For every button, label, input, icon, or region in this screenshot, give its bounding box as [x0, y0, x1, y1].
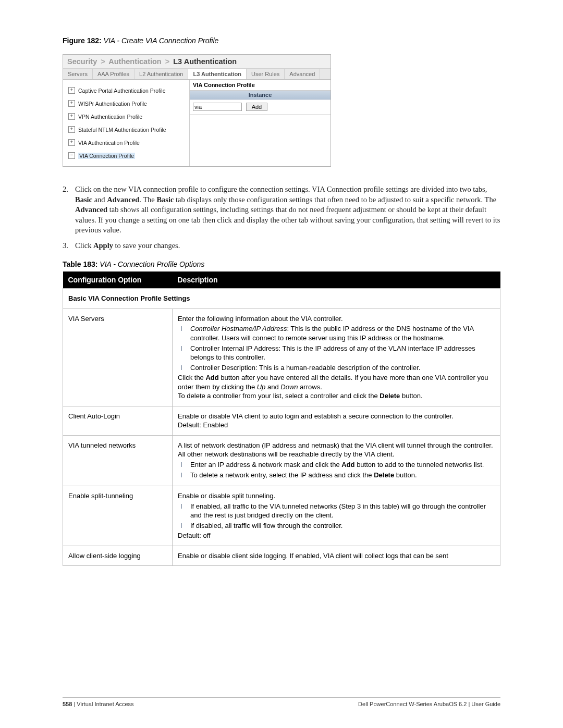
tree-item-label: VIA Authentication Profile [78, 140, 140, 146]
text: Click [75, 241, 93, 250]
table-row: Allow client-side logging Enable or disa… [63, 546, 500, 566]
table-row: Enable split-tunneling Enable or disable… [63, 486, 500, 546]
tab-aaa-profiles[interactable]: AAA Profiles [93, 69, 134, 79]
text: button. [400, 392, 422, 400]
bullet: lTo delete a network entry, select the I… [181, 471, 495, 480]
table-header-row: Configuration Option Description [63, 272, 500, 289]
section-heading: Basic VIA Connection Profile Settings [63, 289, 500, 309]
instance-header: Instance [190, 91, 331, 100]
option-name: Client Auto-Login [63, 406, 173, 435]
instance-row: Add [190, 100, 331, 115]
text-bold: Delete [380, 392, 400, 400]
table-row: VIA tunneled networks A list of network … [63, 435, 500, 486]
add-button[interactable]: Add [246, 103, 268, 111]
tree-item-label: Stateful NTLM Authentication Profile [78, 127, 166, 133]
tree-item-selected[interactable]: −VIA Connection Profile [68, 149, 186, 162]
expand-icon[interactable]: + [68, 113, 75, 120]
collapse-icon[interactable]: − [68, 152, 75, 159]
tab-user-rules[interactable]: User Rules [247, 69, 285, 79]
expand-icon[interactable]: + [68, 126, 75, 133]
bullet-icon: l [181, 460, 190, 470]
bullet-icon: l [181, 471, 190, 480]
col-header-option: Configuration Option [63, 272, 173, 289]
options-table: Configuration Option Description Basic V… [63, 272, 500, 566]
text: and [265, 383, 280, 391]
bullet-icon: l [181, 502, 190, 520]
breadcrumb-authentication[interactable]: Authentication [108, 57, 162, 66]
bullet-icon: l [181, 363, 190, 373]
text-bold: Apply [93, 241, 113, 250]
tree-item[interactable]: +VPN Authentication Profile [68, 110, 186, 123]
tree-item-label: Captive Portal Authentication Profile [78, 88, 166, 94]
footer-left: 558 | Virtual Intranet Access [63, 701, 134, 707]
step-number: 3. [63, 241, 75, 251]
tree-item[interactable]: +Stateful NTLM Authentication Profile [68, 123, 186, 136]
tree-item[interactable]: +VIA Authentication Profile [68, 136, 186, 149]
figure-label: Figure 182: [63, 36, 102, 45]
tree-item-label: VIA Connection Profile [78, 153, 135, 159]
text: Controller Internal IP Address: This is … [190, 344, 495, 362]
step-text: Click Apply to save your changes. [75, 241, 500, 251]
tab-l2-authentication[interactable]: L2 Authentication [134, 69, 188, 79]
text-italic: Controller Hostname/IP Address [190, 325, 287, 332]
breadcrumb-sep: > [99, 57, 106, 66]
text: To delete a controller from your list, s… [178, 391, 495, 401]
text-bold: Add [341, 461, 354, 468]
expand-icon[interactable]: + [68, 87, 75, 94]
option-description: Enable or disable client side logging. I… [173, 546, 500, 566]
instance-name-input[interactable] [193, 103, 242, 111]
text: and [92, 195, 107, 204]
text: If disabled, all traffic will flow throu… [190, 521, 495, 530]
table-section-row: Basic VIA Connection Profile Settings [63, 289, 500, 309]
profile-tree: +Captive Portal Authentication Profile +… [63, 80, 189, 166]
bullet: lController Internal IP Address: This is… [181, 344, 495, 362]
text: Default: off [178, 531, 495, 540]
embedded-screenshot: Security > Authentication > L3 Authentic… [63, 54, 331, 167]
option-description: Enter the following information about th… [173, 309, 500, 406]
text: tab displays only those configuration se… [174, 195, 496, 204]
bullet: lIf disabled, all traffic will flow thro… [181, 521, 495, 530]
tree-item-label: WISPr Authentication Profile [78, 101, 147, 107]
profile-panel: VIA Connection Profile Instance Add [189, 80, 331, 166]
text: Enter an IP address & network mask and c… [190, 461, 341, 468]
text: Default: Enabled [178, 421, 495, 430]
footer-sep: | [72, 701, 77, 707]
table-row: Client Auto-Login Enable or disable VIA … [63, 406, 500, 435]
option-description: Enable or disable VIA client to auto log… [173, 406, 500, 435]
table-caption: Table 183: VIA - Connection Profile Opti… [63, 260, 500, 268]
text-italic: Down [280, 383, 298, 391]
step-text: Click on the new VIA connection profile … [75, 184, 500, 236]
step-3: 3. Click Apply to save your changes. [63, 241, 500, 251]
text: A list of network destination (IP addres… [178, 441, 495, 459]
option-name: Enable split-tunneling [63, 486, 173, 546]
text: . The [139, 195, 156, 204]
breadcrumb-security[interactable]: Security [67, 57, 97, 66]
tab-l3-authentication[interactable]: L3 Authentication [188, 69, 246, 79]
footer-right: Dell PowerConnect W-Series ArubaOS 6.2 |… [358, 701, 500, 707]
expand-icon[interactable]: + [68, 139, 75, 146]
tab-servers[interactable]: Servers [63, 69, 93, 79]
table-label: Table 183: [63, 260, 97, 268]
text: Enter the following information about th… [178, 314, 495, 324]
tree-item[interactable]: +Captive Portal Authentication Profile [68, 84, 186, 97]
bullet: lController Hostname/IP Address: This is… [181, 324, 495, 342]
option-name: VIA tunneled networks [63, 435, 173, 486]
text-bold: Basic [75, 195, 92, 204]
text: To delete a controller from your list, s… [178, 392, 380, 400]
bullet-icon: l [181, 344, 190, 362]
expand-icon[interactable]: + [68, 100, 75, 107]
text: To delete a network entry, select the IP… [190, 471, 374, 479]
text-bold: Basic [156, 195, 174, 204]
tree-item[interactable]: +WISPr Authentication Profile [68, 97, 186, 110]
tab-advanced[interactable]: Advanced [285, 69, 320, 79]
text: Enable or disable VIA client to auto log… [178, 412, 495, 421]
page-number: 558 [63, 701, 72, 707]
bullet: lController Description: This is a human… [181, 363, 495, 373]
table-row: VIA Servers Enter the following informat… [63, 309, 500, 406]
bullet: lIf enabled, all traffic to the VIA tunn… [181, 502, 495, 520]
text: button to add to the tunneled networks l… [355, 461, 484, 468]
text: Click the Add button after you have ente… [178, 373, 495, 391]
step-2: 2. Click on the new VIA connection profi… [63, 184, 500, 236]
text: Enable or disable split tunneling. [178, 491, 495, 501]
step-number: 2. [63, 184, 75, 236]
